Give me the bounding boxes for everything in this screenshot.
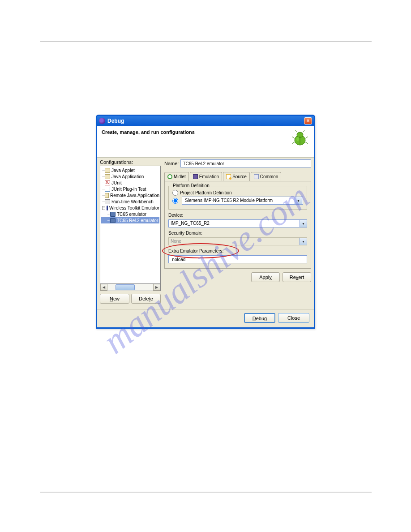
extra-params-label: Extra Emulator Parameters:	[168, 249, 307, 253]
new-button[interactable]: New	[100, 294, 129, 304]
chevron-down-icon[interactable]: ▼	[295, 197, 302, 204]
tree-item-tc65-emulator[interactable]: ┈TC65 emulator	[101, 211, 159, 217]
scroll-thumb[interactable]	[116, 284, 135, 290]
radio-project-platform-label: Project Platform Definition	[180, 190, 232, 195]
security-domain-select: None ▼	[168, 237, 307, 245]
device-label: Device:	[168, 213, 307, 218]
debug-dialog: Debug × Create, manage, and run configur…	[96, 115, 315, 329]
platform-select-value: Siemens IMP-NG TC65 R2 Module Platform	[183, 197, 295, 204]
scroll-right-icon[interactable]: ▶	[153, 284, 160, 291]
security-domain-label: Security Domain:	[168, 231, 307, 236]
tab-source[interactable]: Source	[223, 172, 250, 181]
platform-definition-legend: Platform Definition	[171, 183, 211, 188]
configurations-label: Configurations:	[100, 159, 161, 165]
close-icon[interactable]: ×	[304, 117, 312, 124]
svg-line-6	[305, 142, 308, 144]
platform-definition-group: Platform Definition Project Platform Def…	[168, 186, 307, 210]
tree-item-junit-plugin[interactable]: ┈JUnit Plug-in Test	[101, 186, 159, 192]
chevron-down-icon[interactable]: ▼	[300, 220, 307, 227]
svg-line-8	[303, 130, 304, 133]
tree-item-wireless-toolkit[interactable]: −Wireless Toolkit Emulator	[101, 205, 159, 211]
debug-button[interactable]: Debug	[244, 313, 275, 323]
security-domain-value: None	[169, 238, 300, 245]
tab-midlet[interactable]: Midlet	[164, 172, 189, 181]
configuration-detail: Name: Midlet Emulation Source Common Pla…	[161, 159, 311, 304]
svg-point-9	[296, 137, 299, 141]
delete-button[interactable]: Delete	[131, 294, 161, 304]
tab-common[interactable]: Common	[251, 172, 282, 181]
window-title: Debug	[107, 118, 304, 124]
tree-item-tc65-rel2-emulator[interactable]: ┈TC65 Rel.2 emulator	[101, 217, 159, 223]
titlebar[interactable]: Debug ×	[97, 116, 314, 126]
configurations-tree[interactable]: ┈Java Applet ┈Java Application ┈JUJUnit …	[100, 166, 161, 284]
revert-button[interactable]: Revert	[283, 272, 311, 282]
tree-item-java-application[interactable]: ┈Java Application	[101, 173, 159, 180]
tree-scrollbar[interactable]: ◀ ▶	[100, 284, 161, 291]
page-divider-top	[40, 41, 372, 42]
svg-line-3	[292, 137, 295, 138]
configurations-panel: Configurations: ┈Java Applet ┈Java Appli…	[100, 159, 161, 304]
svg-line-4	[305, 137, 308, 138]
tree-item-junit[interactable]: ┈JUJUnit	[101, 180, 159, 186]
source-icon	[226, 174, 231, 179]
tab-content-emulation: Platform Definition Project Platform Def…	[164, 181, 311, 269]
radio-specific-platform[interactable]	[172, 198, 178, 204]
eclipse-icon	[99, 118, 105, 124]
extra-params-input[interactable]	[168, 255, 307, 263]
collapse-icon[interactable]: −	[102, 206, 105, 210]
svg-line-5	[292, 142, 295, 144]
scroll-left-icon[interactable]: ◀	[100, 284, 107, 291]
device-select[interactable]: IMP_NG_TC65_R2 ▼	[168, 219, 307, 227]
dialog-footer: Debug Close	[97, 309, 314, 327]
tab-emulation[interactable]: Emulation	[190, 172, 222, 181]
tree-item-java-applet[interactable]: ┈Java Applet	[101, 167, 159, 173]
radio-project-platform[interactable]	[172, 190, 178, 196]
emulation-icon	[193, 174, 198, 179]
common-icon	[254, 174, 259, 179]
tabstrip: Midlet Emulation Source Common	[164, 172, 311, 181]
tree-item-remote-java[interactable]: ┈Remote Java Application	[101, 192, 159, 198]
platform-select[interactable]: Siemens IMP-NG TC65 R2 Module Platform ▼	[182, 197, 303, 205]
device-select-value: IMP_NG_TC65_R2	[169, 220, 300, 227]
midlet-icon	[167, 174, 172, 179]
chevron-down-icon: ▼	[300, 238, 307, 245]
bug-icon	[291, 129, 309, 147]
dialog-banner: Create, manage, and run configurations	[97, 126, 314, 158]
close-button[interactable]: Close	[278, 313, 309, 323]
name-input[interactable]	[180, 159, 311, 167]
svg-line-7	[295, 130, 297, 133]
apply-button[interactable]: Apply	[251, 272, 280, 282]
page-divider-bottom	[40, 492, 372, 493]
dialog-subtitle: Create, manage, and run configurations	[102, 129, 195, 135]
name-label: Name:	[164, 161, 179, 166]
tree-item-runtime-workbench[interactable]: ┈Run-time Workbench	[101, 198, 159, 205]
